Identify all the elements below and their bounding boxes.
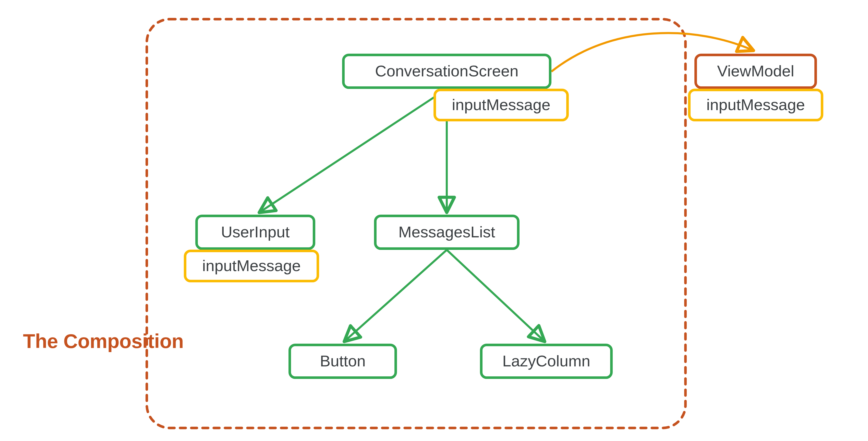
composition-title: The Composition (23, 330, 184, 353)
node-conversationscreen-label: ConversationScreen (345, 62, 549, 80)
edge-conversationscreen-userinput (259, 89, 447, 213)
node-viewmodel: ViewModel (694, 54, 817, 89)
edge-messageslist-lazycolumn (447, 250, 545, 342)
node-conversationscreen-state-label: inputMessage (436, 95, 566, 114)
node-lazycolumn-label: LazyColumn (483, 352, 610, 370)
node-userinput-label: UserInput (198, 223, 313, 241)
node-conversationscreen-state: inputMessage (433, 89, 569, 121)
diagram-stage: { "title": "The Composition", "colors": … (0, 0, 868, 441)
node-button: Button (288, 344, 397, 379)
node-viewmodel-label: ViewModel (697, 62, 814, 80)
node-userinput-state: inputMessage (184, 249, 319, 282)
node-userinput: UserInput (195, 215, 315, 250)
node-viewmodel-state-label: inputMessage (690, 95, 821, 114)
node-messageslist-label: MessagesList (377, 223, 517, 241)
node-viewmodel-state: inputMessage (688, 89, 823, 121)
node-userinput-state-label: inputMessage (186, 257, 316, 275)
node-button-label: Button (291, 352, 395, 370)
edge-messageslist-button (344, 250, 447, 342)
node-lazycolumn: LazyColumn (480, 344, 613, 379)
node-conversationscreen: ConversationScreen (342, 54, 552, 89)
node-messageslist: MessagesList (374, 215, 520, 250)
